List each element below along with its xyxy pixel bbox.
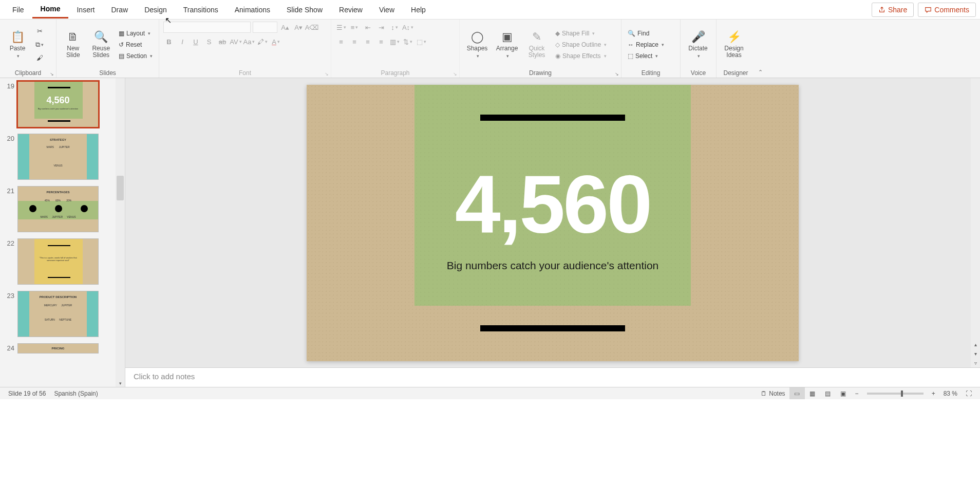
tab-insert[interactable]: Insert (68, 2, 103, 18)
notes-icon: 🗒 (761, 390, 767, 397)
bullets-button[interactable]: ☰▾ (335, 22, 347, 33)
comments-label: Comments (934, 6, 969, 14)
current-slide[interactable]: 4,560 Big numbers catch your audience's … (307, 85, 799, 361)
smartart-button[interactable]: ⬚▾ (416, 36, 427, 47)
next-slide-button[interactable]: ▿ (971, 358, 980, 367)
prev-slide-button[interactable]: ▴ (971, 340, 980, 349)
drawing-launcher[interactable]: ↘ (615, 71, 619, 77)
collapse-ribbon-button[interactable]: ⌃ (755, 20, 765, 78)
slide-big-number[interactable]: 4,560 (307, 157, 799, 251)
tab-design[interactable]: Design (136, 2, 175, 18)
thumbnail-slide-24[interactable]: PRICING (17, 343, 99, 354)
reading-view-button[interactable]: ▤ (820, 387, 836, 399)
change-case-button[interactable]: Aa▾ (243, 36, 255, 47)
text-direction-button[interactable]: A↕▾ (402, 22, 413, 33)
font-launcher[interactable]: ↘ (325, 71, 329, 77)
zoom-in-button[interactable]: + (928, 387, 939, 399)
format-painter-button[interactable]: 🖌 (34, 52, 45, 64)
numbering-button[interactable]: ≡▾ (349, 22, 360, 33)
shape-fill-button[interactable]: ◆Shape Fill▾ (553, 29, 609, 38)
char-spacing-button[interactable]: AV▾ (230, 36, 241, 47)
cut-button[interactable]: ✂ (34, 26, 45, 37)
align-left-button[interactable]: ≡ (335, 36, 347, 47)
underline-button[interactable]: U (190, 36, 201, 47)
share-button[interactable]: Share (872, 3, 914, 17)
paragraph-launcher[interactable]: ↘ (453, 71, 457, 77)
language-status[interactable]: Spanish (Spain) (50, 387, 102, 399)
tab-slideshow[interactable]: Slide Show (278, 2, 331, 18)
align-center-button[interactable]: ≡ (349, 36, 360, 47)
tab-draw[interactable]: Draw (103, 2, 136, 18)
scroll-down-icon[interactable]: ▾ (116, 381, 125, 386)
notes-pane[interactable]: Click to add notes (125, 367, 980, 387)
font-color-button[interactable]: A▾ (270, 36, 281, 47)
slideshow-view-button[interactable]: ▣ (836, 387, 851, 399)
design-ideas-button[interactable]: ⚡Design Ideas (721, 30, 747, 59)
highlight-button[interactable]: 🖍▾ (257, 36, 268, 47)
zoom-slider[interactable] (867, 393, 924, 395)
find-button[interactable]: 🔍Find (626, 29, 666, 38)
shape-outline-button[interactable]: ◇Shape Outline▾ (553, 40, 609, 49)
comments-button[interactable]: Comments (918, 3, 976, 17)
tab-transitions[interactable]: Transitions (175, 2, 227, 18)
fit-to-window-button[interactable]: ⛶ (962, 387, 976, 399)
increase-font-button[interactable]: A▴ (279, 22, 291, 33)
shape-effects-button[interactable]: ◉Shape Effects▾ (553, 51, 609, 61)
paste-button[interactable]: 📋 Paste ▾ (4, 30, 31, 59)
canvas-scrollbar[interactable]: ▴ ▾ ▿ (971, 78, 980, 367)
dictate-button[interactable]: 🎤Dictate▾ (685, 30, 711, 59)
zoom-slider-thumb[interactable] (901, 391, 903, 397)
thumbnail-slide-21[interactable]: PERCENTAGES 45% 60% 20% MARS JUPITER VEN… (17, 186, 99, 232)
justify-button[interactable]: ≡ (375, 36, 387, 47)
thumbnail-slide-22[interactable]: "This is a quote, words full of wisdom t… (17, 238, 99, 285)
decrease-font-button[interactable]: A▾ (293, 22, 304, 33)
arrange-button[interactable]: ▣Arrange▾ (494, 30, 520, 59)
scroll-down-arrow[interactable]: ▾ (971, 349, 980, 358)
new-slide-button[interactable]: 🗎 New Slide (61, 30, 85, 59)
slide-subtitle[interactable]: Big numbers catch your audience's attent… (307, 259, 799, 272)
section-button[interactable]: ▤Section▾ (117, 51, 155, 61)
clipboard-launcher[interactable]: ↘ (50, 71, 54, 77)
shapes-button[interactable]: ◯Shapes▾ (464, 30, 491, 59)
slide-thumbnails-pane[interactable]: 19 4,560 Big numbers catch your audience… (0, 78, 125, 387)
select-button[interactable]: ⬚Select▾ (626, 51, 666, 61)
align-right-button[interactable]: ≡ (362, 36, 373, 47)
reset-button[interactable]: ↺Reset (117, 40, 155, 49)
thumbnail-scroll-thumb[interactable] (117, 176, 124, 200)
strike-button[interactable]: ab (217, 36, 228, 47)
sorter-view-button[interactable]: ▦ (805, 387, 820, 399)
copy-button[interactable]: ⧉▾ (34, 39, 45, 50)
quick-styles-button[interactable]: ✎Quick Styles (523, 30, 550, 59)
slide-counter[interactable]: Slide 19 of 56 (4, 387, 50, 399)
outdent-button[interactable]: ⇤ (362, 22, 373, 33)
tab-view[interactable]: View (371, 2, 403, 18)
thumbnail-slide-20[interactable]: STRATEGY MARS JUPITER VENUS (17, 134, 99, 180)
thumbnail-scrollbar[interactable]: ▾ (116, 78, 125, 387)
columns-button[interactable]: ▥▾ (389, 36, 400, 47)
layout-button[interactable]: ▦Layout▾ (117, 29, 155, 38)
tab-help[interactable]: Help (403, 2, 434, 18)
clear-format-button[interactable]: A⌫ (306, 22, 317, 33)
zoom-out-button[interactable]: − (851, 387, 863, 399)
font-size-combo[interactable] (253, 22, 277, 33)
thumbnail-slide-23[interactable]: PRODUCT DESCRIPTION MERCURY JUPITER SATU… (17, 291, 99, 337)
indent-button[interactable]: ⇥ (375, 22, 387, 33)
reuse-slides-button[interactable]: 🔍 Reuse Slides (88, 30, 113, 59)
tab-review[interactable]: Review (331, 2, 371, 18)
line-spacing-button[interactable]: ↕▾ (389, 22, 400, 33)
zoom-level[interactable]: 83 % (939, 387, 962, 399)
menu-tabbar: File Home Insert Draw Design Transitions… (0, 0, 980, 20)
italic-button[interactable]: I (177, 36, 188, 47)
normal-view-button[interactable]: ▭ (789, 387, 805, 399)
tab-animations[interactable]: Animations (227, 2, 278, 18)
slide-canvas[interactable]: 4,560 Big numbers catch your audience's … (125, 78, 980, 367)
font-name-combo[interactable] (163, 22, 251, 33)
notes-toggle[interactable]: 🗒Notes (757, 387, 789, 399)
bold-button[interactable]: B (163, 36, 175, 47)
thumbnail-slide-19[interactable]: 4,560 Big numbers catch your audience's … (17, 81, 99, 127)
shadow-button[interactable]: S (203, 36, 215, 47)
replace-button[interactable]: ↔Replace▾ (626, 40, 666, 49)
tab-home[interactable]: Home (32, 1, 69, 18)
tab-file[interactable]: File (4, 2, 32, 18)
align-text-button[interactable]: ⇅▾ (402, 36, 413, 47)
